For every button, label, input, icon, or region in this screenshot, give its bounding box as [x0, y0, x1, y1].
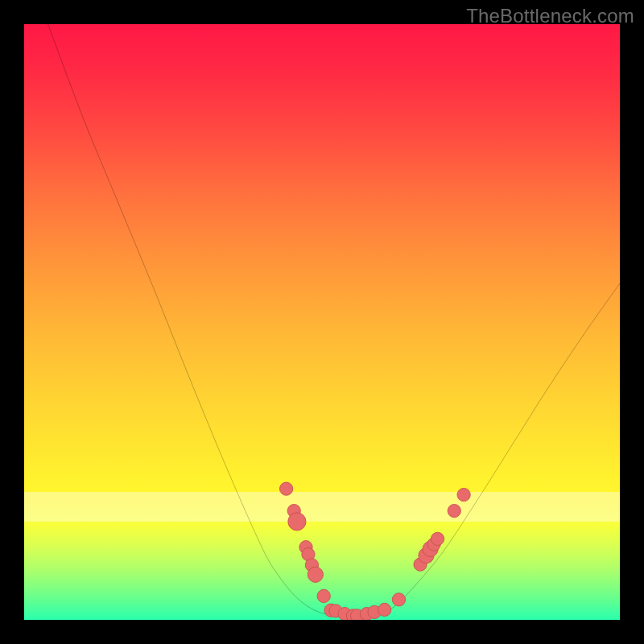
plot-area: [24, 24, 620, 620]
v-curve: [48, 24, 620, 617]
data-marker: [378, 603, 391, 616]
data-marker: [392, 593, 405, 606]
data-marker: [457, 488, 470, 501]
data-marker: [279, 482, 292, 495]
data-marker: [317, 589, 330, 602]
data-marker: [308, 567, 323, 582]
data-marker: [288, 513, 306, 530]
chart-svg: [24, 24, 620, 620]
data-marker: [448, 504, 460, 517]
chart-frame: TheBottleneck.com: [0, 0, 644, 644]
data-marker: [431, 532, 444, 545]
marker-layer: [279, 482, 470, 620]
